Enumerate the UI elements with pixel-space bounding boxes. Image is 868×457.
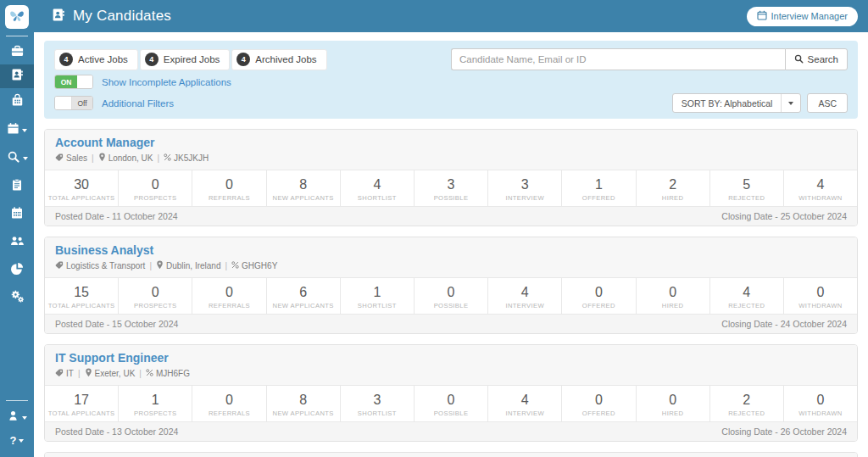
main-content: 4 Active Jobs 4 Expired Jobs 4 Archived … [34, 32, 868, 457]
stat-cell[interactable]: 0HIRED [637, 386, 710, 421]
page-title: My Candidates [73, 8, 171, 25]
job-title-link[interactable]: Business Analyst [55, 243, 847, 258]
stat-cell[interactable]: 0REFERRALS [192, 170, 266, 206]
sort-by-dropdown[interactable]: SORT BY: Alphabetical [672, 93, 802, 113]
closing-date: Closing Date - 26 October 2024 [721, 426, 847, 437]
stat-cell[interactable]: 2REJECTED [710, 386, 784, 421]
stat-cell[interactable]: 6NEW APPLICANTS [267, 278, 341, 314]
archived-jobs-count: 4 [236, 53, 250, 66]
stat-cell[interactable]: 15TOTAL APPLICANTS [45, 278, 119, 314]
job-title-link[interactable]: Account Manager [55, 136, 847, 150]
stat-cell[interactable]: 1SHORTLIST [341, 278, 415, 314]
stat-cell[interactable]: 0PROSPECTS [119, 170, 192, 206]
stat-cell[interactable]: 2HIRED [637, 170, 710, 206]
sidebar-item-settings[interactable] [0, 284, 34, 312]
sidebar-item-calendar-menu[interactable] [0, 116, 34, 144]
address-book-icon [51, 8, 65, 25]
stat-cell[interactable]: 30TOTAL APPLICANTS [45, 170, 119, 206]
sidebar: ? [0, 0, 34, 457]
reference-icon [146, 369, 153, 379]
help-icon: ? [10, 434, 17, 447]
job-meta: Logistics & Transport | Dublin, Ireland … [55, 260, 847, 272]
sidebar-item-help[interactable]: ? [0, 429, 34, 452]
calendar-icon [7, 122, 19, 138]
job-status-filter-group: 4 Active Jobs 4 Expired Jobs 4 Archived … [54, 49, 327, 70]
stat-cell[interactable]: 0OFFERED [562, 278, 636, 314]
additional-filters-label: Additional Filters [102, 98, 174, 109]
butterfly-icon [8, 6, 26, 28]
show-incomplete-toggle[interactable]: ON [54, 75, 93, 89]
job-card-foot: Posted Date - 15 October 2024 Closing Da… [45, 315, 857, 333]
stat-cell[interactable]: 3INTERVIEW [488, 170, 562, 206]
users-icon [9, 234, 25, 251]
stat-cell[interactable]: 0POSSIBLE [415, 278, 488, 314]
sidebar-item-reports[interactable] [0, 256, 34, 284]
sidebar-item-my-candidates[interactable] [0, 64, 34, 88]
chevron-down-icon [19, 439, 24, 443]
chevron-down-icon[interactable] [781, 94, 800, 112]
job-card-head: Business Analyst Logistics & Transport |… [45, 237, 857, 277]
archived-jobs-filter[interactable]: 4 Archived Jobs [231, 49, 326, 70]
sidebar-item-job-bag[interactable] [0, 88, 34, 116]
address-book-icon [10, 68, 24, 85]
additional-filters-toggle[interactable]: Off [54, 96, 93, 110]
posted-date: Posted Date - 13 October 2024 [55, 426, 178, 437]
stat-cell[interactable]: 3POSSIBLE [415, 170, 488, 206]
reference-icon [164, 153, 171, 164]
stat-cell[interactable]: 5REJECTED [710, 170, 784, 206]
toggle-knob [55, 97, 72, 109]
stat-cell[interactable]: 1OFFERED [562, 170, 636, 206]
search-button[interactable]: Search [785, 48, 848, 70]
stat-cell[interactable]: 4INTERVIEW [488, 278, 562, 314]
sidebar-item-search-menu[interactable] [0, 144, 34, 172]
stat-cell[interactable]: 1PROSPECTS [119, 386, 192, 421]
job-card-head: Account Manager Sales | London, UK | JK5… [45, 130, 857, 170]
tag-icon [55, 261, 64, 272]
location-pin-icon [156, 260, 164, 272]
stat-cell[interactable]: 4SHORTLIST [341, 170, 415, 206]
stat-cell[interactable]: 0PROSPECTS [119, 278, 192, 314]
search-input[interactable] [451, 48, 785, 70]
app-logo[interactable] [5, 5, 29, 29]
sort-direction-button[interactable]: ASC [807, 93, 848, 113]
stat-cell[interactable]: 0REFERRALS [192, 386, 266, 421]
sidebar-item-users[interactable] [0, 228, 34, 256]
stat-cell[interactable]: 0HIRED [637, 278, 710, 314]
stat-cell[interactable]: 0WITHDRAWN [784, 386, 857, 421]
sidebar-item-jobs[interactable] [0, 42, 34, 64]
search-icon [794, 54, 804, 65]
tag-icon [55, 369, 64, 380]
stat-cell[interactable]: 8NEW APPLICANTS [267, 170, 341, 206]
stat-cell[interactable]: 4WITHDRAWN [784, 170, 857, 206]
job-meta: IT | Exeter, UK | MJH6FG [55, 368, 847, 380]
clipboard-icon [10, 178, 24, 195]
stat-cell[interactable]: 4INTERVIEW [488, 386, 562, 421]
stat-cell[interactable]: 0WITHDRAWN [784, 278, 857, 314]
sidebar-item-account[interactable] [0, 406, 34, 429]
stat-cell[interactable]: 4REJECTED [710, 278, 784, 314]
expired-jobs-filter[interactable]: 4 Expired Jobs [140, 49, 230, 70]
job-card-head: Marketing Executive [45, 453, 857, 457]
briefcase-icon [10, 44, 25, 62]
expired-jobs-count: 4 [145, 53, 159, 66]
stat-cell[interactable]: 3SHORTLIST [341, 386, 415, 421]
interview-manager-button[interactable]: Interview Manager [747, 7, 859, 26]
sidebar-item-calendar-grid[interactable] [0, 200, 34, 228]
sidebar-divider [6, 400, 28, 401]
job-title-link[interactable]: IT Support Engineer [55, 351, 847, 365]
search-icon [7, 150, 20, 167]
sidebar-bottom: ? [0, 398, 34, 457]
stat-cell[interactable]: 0POSSIBLE [415, 386, 488, 421]
active-jobs-filter[interactable]: 4 Active Jobs [54, 49, 138, 70]
reference-icon [231, 261, 239, 271]
gears-icon [10, 289, 25, 307]
stat-cell[interactable]: 0OFFERED [562, 386, 636, 421]
stat-cell[interactable]: 8NEW APPLICANTS [267, 386, 341, 421]
stat-cell[interactable]: 0REFERRALS [192, 278, 266, 314]
stat-cell[interactable]: 17TOTAL APPLICANTS [45, 386, 119, 421]
tag-icon [55, 153, 64, 164]
sidebar-item-clipboard[interactable] [0, 172, 34, 200]
filter-panel: 4 Active Jobs 4 Expired Jobs 4 Archived … [44, 41, 858, 119]
job-card: IT Support Engineer IT | Exeter, UK | MJ… [44, 344, 858, 442]
active-jobs-count: 4 [59, 53, 73, 66]
